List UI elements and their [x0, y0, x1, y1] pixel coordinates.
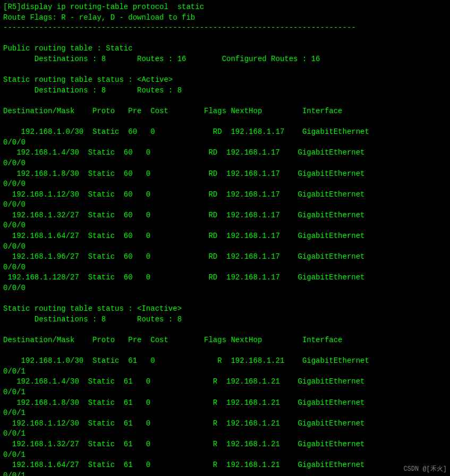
- terminal-line: [3, 294, 447, 304]
- terminal-line: 0/0/0: [3, 283, 447, 294]
- terminal-line: 0/0/1: [3, 367, 447, 377]
- terminal-line: 192.168.1.4/30 Static 61 0 R 192.168.1.2…: [3, 377, 447, 387]
- terminal-line: 192.168.1.32/27 Static 61 0 R 192.168.1.…: [3, 439, 447, 450]
- terminal-line: Public routing table : Static: [3, 44, 447, 54]
- terminal-line: [3, 117, 447, 128]
- terminal-line: 192.168.1.12/30 Static 61 0 R 192.168.1.…: [3, 419, 447, 429]
- terminal-line: 192.168.1.128/27 Static 60 0 RD 192.168.…: [3, 273, 447, 283]
- terminal-line: 0/0/0: [3, 179, 447, 190]
- terminal-line: 0/0/0: [3, 200, 447, 210]
- terminal-line: 192.168.1.0/30 Static 61 0 R 192.168.1.2…: [3, 356, 447, 367]
- terminal-line: 0/0/0: [3, 138, 447, 148]
- watermark-label: CSDN @[禾火]: [403, 465, 447, 474]
- terminal-window: [R5]display ip routing-table protocol st…: [3, 2, 447, 476]
- terminal-line: 0/0/0: [3, 220, 447, 231]
- terminal-line: Destinations : 8 Routes : 8: [3, 314, 447, 325]
- terminal-line: 0/0/1: [3, 450, 447, 461]
- terminal-line: 192.168.1.64/27 Static 61 0 R 192.168.1.…: [3, 460, 447, 471]
- terminal-line: 192.168.1.8/30 Static 60 0 RD 192.168.1.…: [3, 169, 447, 180]
- terminal-line: Route Flags: R - relay, D - download to …: [3, 13, 447, 23]
- terminal-line: ----------------------------------------…: [3, 23, 447, 33]
- terminal-line: [3, 65, 447, 75]
- terminal-line: Destinations : 8 Routes : 8: [3, 86, 447, 96]
- terminal-line: [3, 346, 447, 356]
- terminal-line: 0/0/1: [3, 408, 447, 419]
- terminal-line: 192.168.1.32/27 Static 60 0 RD 192.168.1…: [3, 210, 447, 221]
- terminal-line: 0/0/1: [3, 471, 447, 476]
- terminal-line: 192.168.1.64/27 Static 60 0 RD 192.168.1…: [3, 231, 447, 242]
- terminal-line: 192.168.1.8/30 Static 61 0 R 192.168.1.2…: [3, 398, 447, 409]
- terminal-line: 192.168.1.12/30 Static 60 0 RD 192.168.1…: [3, 190, 447, 200]
- terminal-line: 0/0/1: [3, 387, 447, 398]
- terminal-line: [3, 96, 447, 106]
- terminal-line: 0/0/0: [3, 158, 447, 169]
- terminal-line: Static routing table status : <Inactive>: [3, 304, 447, 314]
- terminal-line: 0/0/1: [3, 429, 447, 439]
- terminal-line: Destinations : 8 Routes : 16 Configured …: [3, 54, 447, 65]
- terminal-line: 192.168.1.4/30 Static 60 0 RD 192.168.1.…: [3, 148, 447, 158]
- terminal-line: Destination/Mask Proto Pre Cost Flags Ne…: [3, 106, 447, 117]
- terminal-line: 192.168.1.96/27 Static 60 0 RD 192.168.1…: [3, 252, 447, 262]
- terminal-line: 192.168.1.0/30 Static 60 0 RD 192.168.1.…: [3, 127, 447, 138]
- terminal-line: 0/0/0: [3, 262, 447, 273]
- terminal-line: [R5]display ip routing-table protocol st…: [3, 2, 447, 13]
- terminal-line: [3, 325, 447, 335]
- terminal-line: Static routing table status : <Active>: [3, 75, 447, 86]
- terminal-line: Destination/Mask Proto Pre Cost Flags Ne…: [3, 335, 447, 346]
- terminal-line: 0/0/0: [3, 242, 447, 252]
- terminal-line: [3, 33, 447, 44]
